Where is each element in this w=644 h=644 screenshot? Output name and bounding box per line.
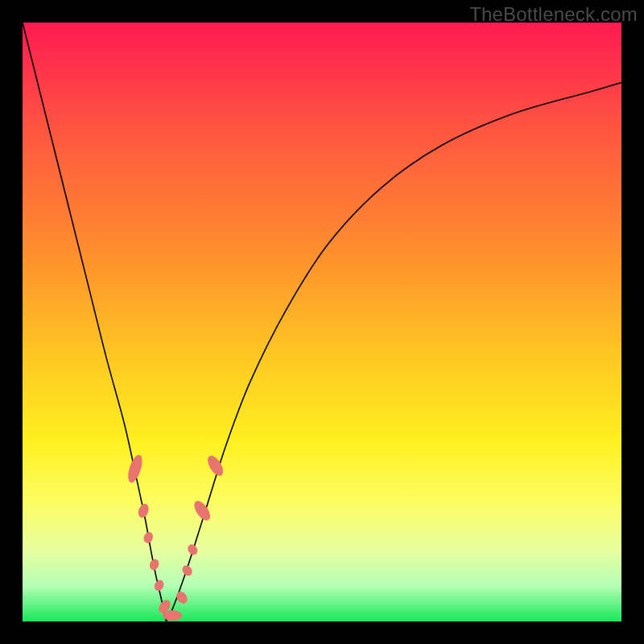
marker-point xyxy=(153,579,166,592)
marker-point xyxy=(137,502,151,519)
plot-area xyxy=(23,23,621,621)
marker-point xyxy=(163,610,182,621)
marker-point xyxy=(180,564,194,578)
chart-frame: TheBottleneck.com xyxy=(0,0,644,644)
marker-point xyxy=(186,543,200,557)
marker-point xyxy=(204,453,226,478)
marker-point xyxy=(148,558,161,572)
marker-point xyxy=(126,453,145,485)
curve-right-branch xyxy=(167,82,621,621)
curve-left-branch xyxy=(23,23,167,621)
curve-layer xyxy=(23,23,621,621)
marker-point xyxy=(142,530,155,544)
bottleneck-curve xyxy=(23,23,621,621)
marker-layer xyxy=(126,453,226,621)
